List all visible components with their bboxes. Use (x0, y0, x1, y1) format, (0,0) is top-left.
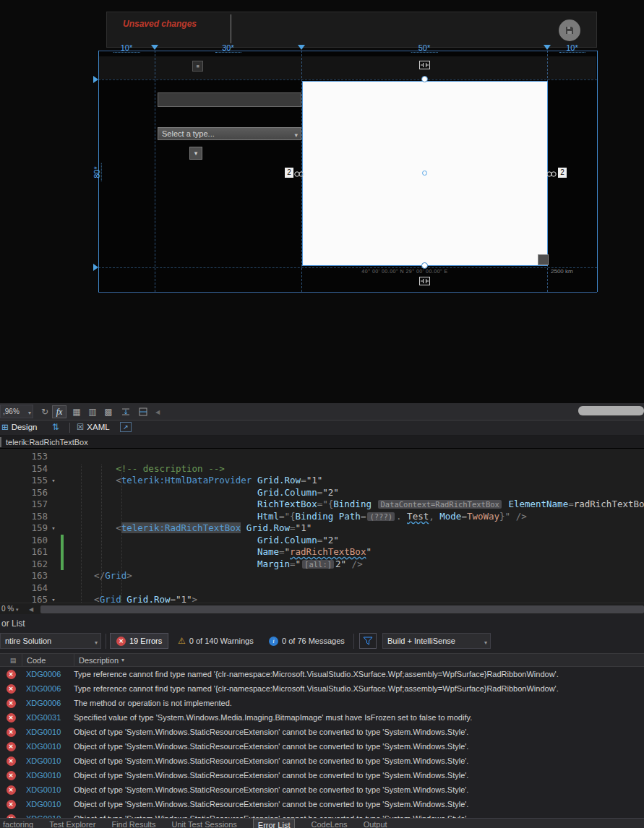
code-text[interactable] (64, 582, 72, 595)
breakpoint-margin[interactable] (0, 522, 12, 535)
code-text[interactable] (64, 451, 72, 463)
code-line[interactable]: 159▾ <telerik:RadRichTextBox Grid.Row="1… (0, 522, 644, 535)
code-text[interactable]: Grid.Column="2" (64, 535, 339, 547)
error-row[interactable]: ✕XDG0031Specified value of type 'System.… (0, 710, 644, 725)
zoom-select[interactable]: ,96% ▾ (0, 405, 33, 418)
refresh-icon[interactable]: ↻ (38, 405, 52, 418)
code-text[interactable]: <Grid Grid.Row="1"> (64, 594, 197, 603)
messages-filter-button[interactable]: i 0 of 76 Messages (265, 633, 349, 649)
error-row[interactable]: ✕XDG0006Type reference cannot find type … (0, 681, 644, 696)
grid-column-header[interactable]: 10* (113, 43, 140, 53)
tool-window-tab-error-list[interactable]: Error List (253, 819, 296, 828)
code-text[interactable]: Name="radRichTextBox" (64, 546, 372, 559)
fold-arrow-icon[interactable]: ▾ (48, 475, 59, 487)
row-splitter-handle[interactable] (93, 76, 98, 83)
error-row[interactable]: ✕XDG0010Object of type 'System.Windows.S… (0, 797, 644, 811)
code-line[interactable]: 157 RichTextBox="{Binding DataContext=Ra… (0, 499, 644, 511)
error-row[interactable]: ✕XDG0006Type reference cannot find type … (0, 667, 644, 681)
design-combobox[interactable]: Select a type... ▾ (158, 127, 301, 140)
snap-grid-icon[interactable]: ▥ (85, 405, 100, 418)
resize-handle-top[interactable] (421, 76, 428, 82)
collapse-arrow-icon[interactable]: ◀ (150, 405, 165, 418)
breakpoint-margin[interactable] (0, 559, 12, 571)
anchor-top-icon[interactable] (419, 61, 430, 69)
snap-to-gridlines-icon[interactable] (136, 405, 150, 418)
scope-filter-dropdown[interactable]: ntire Solution ▾ (0, 633, 101, 649)
error-code[interactable]: XDG0010 (22, 785, 74, 794)
code-line[interactable]: 158 Html="{Binding Path=(???). Test, Mod… (0, 511, 644, 523)
code-line[interactable]: 154 <!-- description --> (0, 463, 644, 475)
error-code[interactable]: XDG0010 (22, 800, 74, 808)
design-textbox[interactable] (158, 92, 301, 107)
tool-window-tab-factoring[interactable]: factoring (3, 819, 33, 828)
errors-filter-button[interactable]: ✕ 19 Errors (110, 633, 168, 649)
code-text[interactable]: Margin="[all:]2" /> (64, 559, 363, 571)
source-filter-dropdown[interactable]: Build + IntelliSense ▾ (382, 633, 491, 649)
code-line[interactable]: 164 (0, 582, 644, 595)
grid-column-header[interactable]: 50* (411, 43, 438, 53)
editor-zoom-select[interactable]: 0 % ▾ (1, 605, 19, 613)
code-line[interactable]: 153 (0, 451, 644, 463)
breakpoint-margin[interactable] (0, 451, 12, 463)
code-text[interactable]: Html="{Binding Path=(???). Test, Mode=Tw… (64, 511, 527, 523)
column-splitter-handle[interactable] (151, 45, 158, 50)
scroll-left-arrow-icon[interactable]: ◀ (29, 606, 33, 613)
chain-left-icon[interactable] (293, 168, 305, 177)
anchor-bottom-icon[interactable] (419, 277, 430, 285)
breakpoint-margin[interactable] (0, 570, 12, 582)
grid-row-header[interactable]: 80* (93, 163, 102, 181)
view-splitter[interactable] (69, 423, 70, 433)
grid-column-header[interactable]: 10* (559, 43, 585, 53)
xaml-designer-surface[interactable]: Unsaved changes ■ 10*30*50*10* 80* Selec… (0, 0, 644, 403)
design-expander-button[interactable]: ▾ (189, 147, 202, 160)
tool-window-tab-test-explorer[interactable]: Test Explorer (49, 819, 95, 828)
code-line[interactable]: 161 Name="radRichTextBox" (0, 546, 644, 559)
snapline-toggle-icon[interactable] (119, 405, 133, 418)
error-row[interactable]: ✕XDG0010Object of type 'System.Windows.S… (0, 754, 644, 768)
breakpoint-margin[interactable] (0, 511, 12, 523)
code-text[interactable]: RichTextBox="{Binding DataContext=RadRic… (64, 499, 644, 511)
severity-column-header[interactable]: ▤ (0, 654, 22, 666)
breakpoint-margin[interactable] (0, 546, 12, 559)
code-line[interactable]: 156 Grid.Column="2" (0, 487, 644, 499)
show-annotations-icon[interactable]: ▩ (101, 405, 116, 418)
breakpoint-margin[interactable] (0, 463, 12, 475)
error-row[interactable]: ✕XDG0010Object of type 'System.Windows.S… (0, 811, 644, 818)
popout-window-icon[interactable]: ↗ (120, 422, 132, 432)
row-splitter-handle[interactable] (93, 264, 98, 271)
error-row[interactable]: ✕XDG0010Object of type 'System.Windows.S… (0, 782, 644, 797)
image-placeholder-icon[interactable]: ■ (192, 61, 203, 72)
margin-right-value[interactable]: 2 (558, 168, 567, 178)
code-line[interactable]: 155▾ <telerik:HtmlDataProvider Grid.Row=… (0, 475, 644, 487)
description-column-header[interactable]: Description▾ (74, 654, 644, 666)
swap-panes-icon[interactable]: ⇅ (52, 422, 59, 432)
document-outline-breadcrumb[interactable]: telerik:RadRichTextBox (0, 436, 644, 449)
filter-button[interactable] (359, 633, 377, 649)
chain-right-icon[interactable] (546, 168, 557, 177)
tool-window-tab-output[interactable]: Output (364, 819, 387, 828)
tool-window-tab-find-results[interactable]: Find Results (111, 819, 155, 828)
error-row[interactable]: ✕XDG0010Object of type 'System.Windows.S… (0, 725, 644, 739)
code-lines[interactable]: 153154 <!-- description -->155▾ <telerik… (0, 451, 644, 603)
error-code[interactable]: XDG0010 (22, 756, 74, 765)
code-text[interactable]: <!-- description --> (64, 463, 225, 475)
breakpoint-margin[interactable] (0, 475, 12, 487)
resize-handle-bottom[interactable] (421, 262, 428, 269)
show-grid-icon[interactable]: ▦ (69, 405, 84, 418)
code-text[interactable]: </Grid> (64, 570, 132, 582)
save-icon[interactable] (559, 20, 580, 41)
column-splitter-handle[interactable] (544, 45, 551, 50)
error-row[interactable]: ✕XDG0010Object of type 'System.Windows.S… (0, 739, 644, 754)
error-code[interactable]: XDG0010 (22, 742, 74, 751)
error-code[interactable]: XDG0006 (22, 670, 74, 678)
effects-toggle-button[interactable]: fx (52, 405, 66, 418)
breakpoint-margin[interactable] (0, 499, 12, 511)
error-row[interactable]: ✕XDG0010Object of type 'System.Windows.S… (0, 768, 644, 782)
breadcrumb-path[interactable]: telerik:RadRichTextBox (0, 438, 88, 447)
grid-column-header[interactable]: 30* (215, 43, 241, 53)
code-line[interactable]: 160 Grid.Column="2" (0, 535, 644, 547)
code-text[interactable]: <telerik:RadRichTextBox Grid.Row="1" (64, 522, 312, 535)
element-center-anchor[interactable] (422, 171, 427, 176)
tab-xaml[interactable]: ☒XAML (77, 422, 110, 432)
breakpoint-margin[interactable] (0, 487, 12, 499)
